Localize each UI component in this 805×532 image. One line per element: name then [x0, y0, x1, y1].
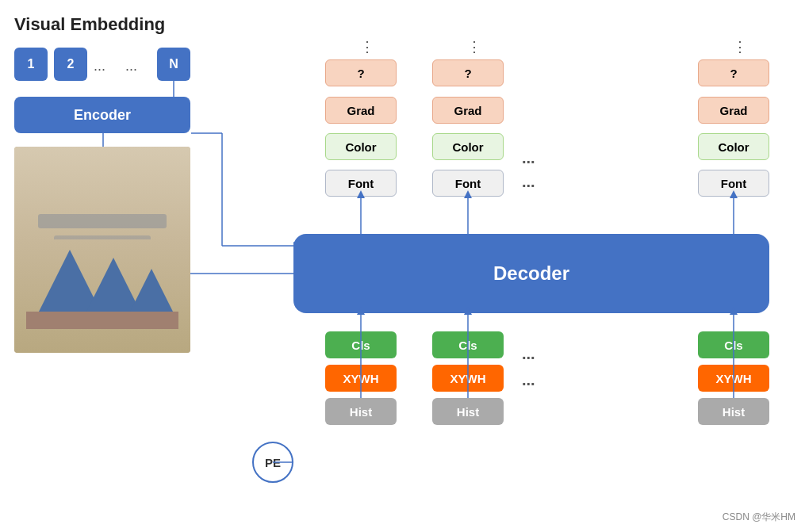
watermark: CSDN @华米HM: [723, 511, 795, 524]
decoder-box: Decoder: [293, 234, 769, 313]
cls-col3: Cls: [698, 331, 769, 358]
hdots-mid-2: ...: [522, 173, 535, 191]
image-placeholder: [14, 147, 190, 353]
vdots-col3-top: ⋮: [733, 38, 747, 55]
color-col2: Color: [432, 133, 504, 160]
vdots-col1-top: ⋮: [360, 38, 374, 55]
color-col1: Color: [325, 133, 397, 160]
color-col3: Color: [698, 133, 769, 160]
font-col1: Font: [325, 170, 397, 197]
ve-box-n: N: [157, 48, 190, 81]
ve-dots-1: ...: [94, 58, 105, 75]
xywh-col3: XYWH: [698, 365, 769, 392]
hist-col2: Hist: [432, 398, 504, 425]
hdots-bottom-2: ...: [522, 371, 535, 389]
grad-col3: Grad: [698, 97, 769, 124]
hist-col1: Hist: [325, 398, 397, 425]
cls-col2: Cls: [432, 331, 504, 358]
encoder-box: Encoder: [14, 97, 190, 133]
hdots-mid-1: ...: [522, 149, 535, 167]
question-col3: ?: [698, 59, 769, 86]
font-col3: Font: [698, 170, 769, 197]
xywh-col2: XYWH: [432, 365, 504, 392]
diagram-container: Visual Embedding 1 2 ... ... N Encoder D…: [0, 0, 805, 532]
font-col2: Font: [432, 170, 504, 197]
cls-col1: Cls: [325, 331, 397, 358]
grad-col1: Grad: [325, 97, 397, 124]
pe-circle: PE: [252, 442, 293, 483]
grad-col2: Grad: [432, 97, 504, 124]
hdots-bottom-1: ...: [522, 345, 535, 363]
ve-box-2: 2: [54, 48, 87, 81]
ve-box-1: 1: [14, 48, 48, 81]
question-col2: ?: [432, 59, 504, 86]
hist-col3: Hist: [698, 398, 769, 425]
vdots-col2-top: ⋮: [467, 38, 481, 55]
xywh-col1: XYWH: [325, 365, 397, 392]
ve-dots-2: ...: [125, 58, 137, 75]
question-col1: ?: [325, 59, 397, 86]
title: Visual Embedding: [14, 14, 165, 35]
